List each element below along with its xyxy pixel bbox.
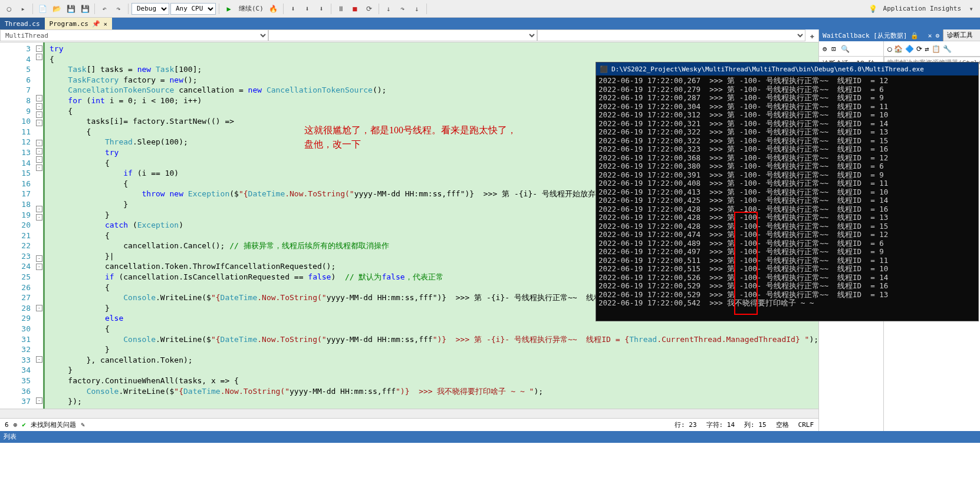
console-output: 2022-06-19 17:22:00,267 >>> 第 -100- 号线程执… (596, 75, 978, 309)
step-over2-icon[interactable]: ↷ (396, 2, 409, 15)
properties-icon[interactable]: 🔧 (943, 45, 952, 53)
member-combo[interactable] (537, 29, 805, 41)
space-indicator: 空格 (776, 420, 789, 429)
app-insights-label[interactable]: Application Insights (881, 5, 963, 12)
fold-margin[interactable]: ----------------- (35, 42, 45, 409)
redo-icon[interactable]: ↷ (112, 2, 125, 15)
step-over-icon[interactable]: ⬇ (315, 2, 328, 15)
continue-label[interactable]: 继续(C) (236, 4, 266, 13)
step-out-icon[interactable]: ↓ (382, 2, 395, 15)
status-bar: 6 ⊗ ✔ 未找到相关问题 ✎ 行: 23 字符: 14 列: 15 空格 CR… (0, 418, 818, 431)
tab-thread[interactable]: Thread.cs (0, 18, 45, 29)
expand-icon[interactable]: ⊡ (831, 45, 836, 53)
line-numbers: 3456789101112131415161718192021222324252… (0, 42, 35, 409)
close-icon[interactable]: ✕ (928, 32, 932, 40)
brush-icon[interactable]: ✎ (81, 421, 85, 429)
main-toolbar: ◯ ▸ 📄 📂 💾 💾 ↶ ↷ Debug Any CPU ▶ 继续(C) 🔥 … (0, 0, 980, 18)
crlf-indicator: CRLF (798, 421, 814, 429)
zoom-icon[interactable]: 🔍 (841, 45, 850, 53)
continue-icon[interactable]: ▶ (222, 2, 235, 15)
wait-callback-tab[interactable]: WaitCallback [从元数据] 🔒 ✕ ⚙ (819, 29, 943, 41)
left-indicator: 6 (5, 421, 9, 429)
platform-combo[interactable]: Any CPU (170, 3, 216, 15)
annotation-text: 这就很尴尬了，都是100号线程。看来是跑太快了， 盘他，改一下 (304, 123, 517, 152)
step-icon[interactable]: ⬇ (287, 2, 300, 15)
refresh-icon[interactable]: ⟳ (916, 45, 922, 53)
console-titlebar[interactable]: ⬛ D:\VS2022_Project\Wesky\MultiThread\Mu… (596, 63, 978, 75)
highlight-box (734, 212, 758, 315)
nav-fwd-icon[interactable]: ▸ (17, 2, 29, 15)
console-icon: ⬛ (600, 65, 608, 73)
restart-icon[interactable]: ⟳ (363, 2, 376, 15)
app-insights-icon[interactable]: 💡 (867, 2, 880, 15)
diagnostics-toolbar: ⚙ ⊡ 🔍 (819, 41, 883, 57)
lock-icon: 🔒 (910, 32, 919, 40)
vs-icon[interactable]: 🔷 (905, 45, 914, 53)
bottom-label: 列表 (4, 433, 17, 440)
hot-reload-icon[interactable]: 🔥 (267, 2, 280, 15)
class-combo[interactable] (268, 29, 537, 41)
step-into-icon[interactable]: ⬇ (301, 2, 314, 15)
tab-label: Thread.cs (5, 20, 40, 28)
dropdown-icon[interactable]: ▾ (965, 2, 978, 15)
ok-icon: ✔ (22, 421, 26, 429)
sync-icon[interactable]: ⇄ (925, 45, 929, 53)
new-file-icon[interactable]: 📄 (36, 2, 49, 15)
pin-icon[interactable]: 📌 (92, 20, 100, 28)
close-icon[interactable]: ✕ (104, 21, 107, 27)
pause-icon[interactable]: ⏸ (334, 2, 347, 15)
save-all-icon[interactable]: 💾 (78, 2, 91, 15)
document-tabs: Thread.cs Program.cs 📌 ✕ (0, 18, 980, 29)
tab-program[interactable]: Program.cs 📌 ✕ (45, 18, 112, 29)
gear-icon[interactable]: ⚙ (935, 32, 939, 40)
panel-title: 诊断工具 (947, 31, 973, 40)
horizontal-scrollbar[interactable] (0, 409, 818, 418)
tab-label: Program.cs (50, 20, 88, 28)
char-indicator: 字符: 14 (706, 420, 735, 429)
back-icon[interactable]: ◯ (887, 45, 892, 53)
error-icon[interactable]: ⊗ (14, 421, 18, 429)
save-icon[interactable]: 💾 (64, 2, 77, 15)
col-indicator: 列: 15 (744, 420, 767, 429)
solution-toolbar: ◯ 🏠 🔷 ⟳ ⇄ 📋 🔧 (884, 41, 980, 57)
bottom-bar[interactable]: 列表 (0, 431, 980, 443)
show-all-icon[interactable]: 📋 (932, 45, 940, 53)
nav-back-icon[interactable]: ◯ (2, 2, 15, 15)
no-issues-label: 未找到相关问题 (31, 420, 76, 429)
console-title: D:\VS2022_Project\Wesky\MultiThread\Mult… (611, 65, 924, 73)
namespace-combo[interactable]: MultiThread (0, 29, 268, 41)
step-into2-icon[interactable]: ↓ (410, 2, 423, 15)
diagnostics-header: 诊断工具 📌 ✕ (943, 29, 980, 41)
open-icon[interactable]: 📂 (50, 2, 63, 15)
gear-icon[interactable]: ⚙ (823, 45, 827, 53)
home-icon[interactable]: 🏠 (894, 45, 903, 53)
tab-label: WaitCallback [从元数据] (823, 31, 907, 40)
undo-icon[interactable]: ↶ (98, 2, 111, 15)
split-icon[interactable]: ✚ (805, 29, 818, 42)
line-indicator: 行: 23 (675, 420, 697, 429)
config-combo[interactable]: Debug (131, 3, 169, 15)
stop-icon[interactable]: ■ (348, 2, 361, 15)
console-window[interactable]: ⬛ D:\VS2022_Project\Wesky\MultiThread\Mu… (596, 62, 979, 321)
